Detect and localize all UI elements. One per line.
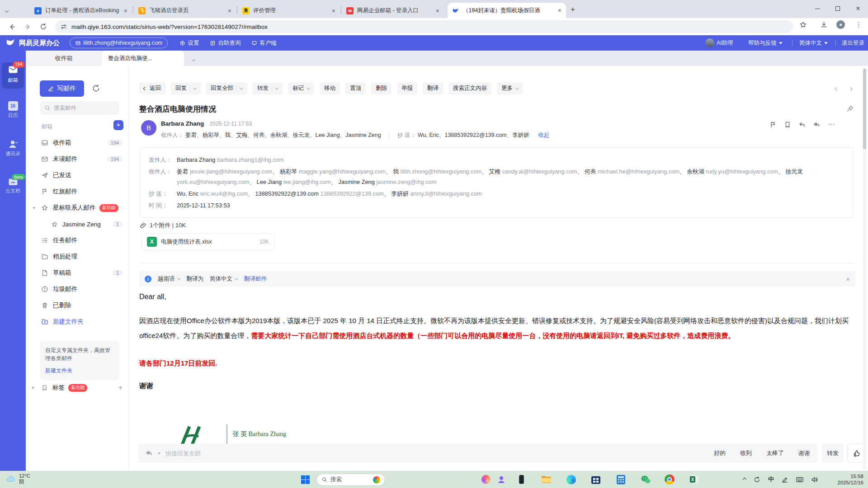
folder-starred-jasmine[interactable]: Jasmine Zeng 1 <box>26 216 129 232</box>
taskbar-explorer-icon[interactable] <box>540 474 552 485</box>
pin-mail-icon[interactable] <box>846 105 854 113</box>
browser-tab-ebooking[interactable]: e 订单处理 - 携程酒店eBooking × <box>30 3 132 18</box>
taskbar-people-icon[interactable] <box>495 474 507 485</box>
browser-menu-icon[interactable]: ⋮ <box>855 20 862 28</box>
download-icon[interactable] <box>820 21 828 28</box>
compose-button[interactable]: 写邮件 <box>40 80 84 97</box>
forward-button[interactable]: 转发 <box>253 82 283 94</box>
delete-button[interactable]: 删除 <box>371 82 392 94</box>
update-tray-icon[interactable] <box>754 476 760 483</box>
volume-icon[interactable] <box>811 476 818 483</box>
back-icon[interactable] <box>8 23 16 31</box>
recipient-name[interactable]: 姜君 <box>177 168 189 175</box>
mail-tab-inbox[interactable]: 收件箱 <box>26 51 102 66</box>
taskbar-chrome-icon[interactable] <box>664 474 675 485</box>
weather-widget[interactable]: 12°C 阴 <box>6 473 30 485</box>
reply-button[interactable]: 回复 <box>171 82 201 94</box>
forward-icon[interactable] <box>24 23 32 31</box>
caret-down-icon[interactable] <box>275 86 278 89</box>
promo-new-folder-link[interactable]: 新建文件夹 <box>45 366 114 375</box>
taskbar-search-box[interactable]: 搜索 <box>316 474 385 486</box>
taskbar-calculator-icon[interactable] <box>615 474 627 485</box>
client-button[interactable]: 客户端 <box>251 39 277 47</box>
target-language-dropdown[interactable]: 简体中文 <box>210 275 238 283</box>
browser-tab-fliggy[interactable]: 飞 飞猪酒店登录页 × <box>134 3 236 18</box>
profile-avatar-icon[interactable]: ● <box>836 20 845 29</box>
quick-reply-input[interactable] <box>165 450 699 457</box>
folder-flagged[interactable]: 红旗邮件 <box>26 183 129 200</box>
close-translate-bar-icon[interactable]: × <box>846 275 850 283</box>
account-pill[interactable]: lilith.zhong@hihiexguiyang.com <box>70 38 168 48</box>
site-settings-icon[interactable] <box>61 23 67 30</box>
reply-all-button[interactable]: 回复全部 <box>206 82 247 94</box>
sender-name[interactable]: Barbara Zhang <box>161 120 204 127</box>
suggestion-thanks[interactable]: 谢谢 <box>798 449 810 457</box>
settings-button[interactable]: 设置 <box>179 39 199 47</box>
taskbar-excel-icon[interactable]: X <box>689 474 700 485</box>
scrollbar-thumb[interactable] <box>863 69 866 149</box>
recipient-name[interactable]: 艾梅 <box>489 168 501 175</box>
recipient-name[interactable]: 徐元龙 <box>785 168 802 175</box>
pin-top-button[interactable]: 置顶 <box>345 82 366 94</box>
cc-name[interactable]: 李妍妍 <box>391 190 408 197</box>
bookmark-star-icon[interactable] <box>799 21 807 28</box>
folder-starred-contacts[interactable]: 星标联系人邮件 新功能 <box>26 200 129 216</box>
translate-mail-link[interactable]: 翻译邮件 <box>244 275 267 283</box>
tab-list-chevron-icon[interactable] <box>192 56 195 63</box>
recipient-name[interactable]: 杨彩琴 <box>280 168 297 175</box>
folder-tasks[interactable]: 任务邮件 <box>26 232 129 249</box>
pen-tray-icon[interactable] <box>782 476 788 483</box>
move-button[interactable]: 移动 <box>320 82 340 94</box>
ime-indicator[interactable]: 中 <box>768 475 774 483</box>
rail-item-calendar[interactable]: 16 日历 <box>0 101 26 119</box>
folder-later[interactable]: 稍后处理 <box>26 249 129 265</box>
tab-close-icon[interactable]: × <box>436 7 439 14</box>
taskbar-wechat-icon[interactable] <box>640 474 651 485</box>
clock-widget[interactable]: 15:58 2025/12/16 <box>837 473 863 486</box>
to-names[interactable]: 姜君、杨彩琴、我、艾梅、何亮、余秋湖、徐元龙、Lee Jiang、Jasmine… <box>185 131 381 139</box>
reload-icon[interactable] <box>40 23 47 30</box>
cc-name[interactable]: Wu, Eric <box>177 190 198 197</box>
rail-item-mail[interactable]: 邮箱 194 <box>0 64 26 84</box>
language-menu[interactable]: 简体中文 <box>799 39 828 47</box>
collapse-link[interactable]: 收起 <box>538 131 550 139</box>
refresh-icon[interactable] <box>92 84 100 93</box>
reply-all-mail-icon[interactable] <box>813 121 821 128</box>
tags-row[interactable]: 标签 新功能 + <box>26 380 129 396</box>
back-button[interactable]: 返回 <box>139 82 165 94</box>
tab-close-icon[interactable]: × <box>228 7 231 14</box>
start-button[interactable] <box>299 474 311 485</box>
cc-names[interactable]: Wu, Eric、13885392922@139.com、李妍妍 <box>418 131 529 139</box>
prev-mail-icon[interactable] <box>835 85 838 92</box>
recipient-name[interactable]: Lee Jiang <box>257 178 282 185</box>
mail-search-input[interactable] <box>54 105 108 111</box>
mail-search-box[interactable] <box>40 101 119 115</box>
recipient-name[interactable]: 我 <box>393 168 399 175</box>
folder-inbox[interactable]: 收件箱 194 <box>26 135 129 151</box>
browser-tab-mailbox-active[interactable]: （194封未读）贵阳机场假日酒 × <box>448 3 566 18</box>
new-folder-button[interactable]: 新建文件夹 <box>26 314 129 330</box>
recipient-name[interactable]: Jasmine Zeng <box>338 178 374 185</box>
folder-trash[interactable]: 已删除 <box>26 297 129 314</box>
pane-scrollbar[interactable] <box>863 68 867 470</box>
detected-language-dropdown[interactable]: 越南语 <box>158 275 180 283</box>
folder-unread[interactable]: 未读邮件 194 <box>26 151 129 167</box>
recipient-name[interactable]: 何亮 <box>585 168 596 175</box>
browser-tab-netease-login[interactable]: M 网易企业邮箱 - 登录入口 × <box>342 3 444 18</box>
tab-close-icon[interactable]: × <box>558 7 561 14</box>
ai-assistant-button[interactable]: AI助理 <box>705 38 733 47</box>
window-minimize-button[interactable] <box>807 0 827 17</box>
reply-mail-icon[interactable] <box>798 121 806 128</box>
window-close-button[interactable]: × <box>848 0 868 17</box>
translate-button[interactable]: 翻译 <box>423 82 443 94</box>
quick-reply-bar[interactable]: 好的 收到 太棒了 谢谢 <box>138 444 817 463</box>
expand-caret-icon[interactable] <box>33 207 35 209</box>
rail-item-docs[interactable]: 云文档 Beta <box>0 177 26 194</box>
hidden-icons-chevron[interactable] <box>743 478 746 481</box>
tab-close-icon[interactable]: × <box>124 7 127 14</box>
attachment-chip[interactable]: X 电脑使用统计表.xlsx 10K <box>141 233 275 250</box>
caret-down-icon[interactable] <box>240 86 243 89</box>
folder-drafts[interactable]: 草稿箱 1 <box>26 265 129 281</box>
browser-tab-review[interactable]: 美 评价管理 × <box>238 3 340 18</box>
caret-down-icon[interactable] <box>307 86 310 89</box>
